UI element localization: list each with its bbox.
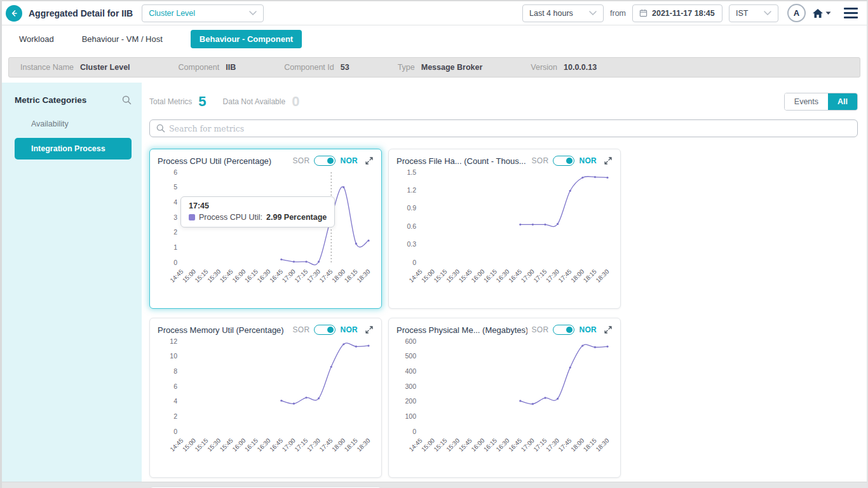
svg-text:18:00: 18:00 — [330, 268, 347, 284]
svg-text:15:15: 15:15 — [193, 268, 210, 284]
avatar[interactable]: A — [787, 4, 806, 22]
home-menu[interactable] — [812, 8, 831, 18]
search-icon[interactable] — [122, 95, 132, 105]
svg-text:17:00: 17:00 — [520, 268, 536, 284]
metrics-search[interactable] — [149, 119, 858, 137]
metric-card-process-physical-memory[interactable]: Process Physical Me... (Megabytes) SOR N… — [388, 318, 621, 478]
svg-text:6: 6 — [173, 383, 177, 390]
svg-text:17:30: 17:30 — [306, 268, 322, 284]
svg-text:8: 8 — [173, 367, 177, 375]
svg-text:15:30: 15:30 — [445, 268, 461, 284]
data-not-available-value: 0 — [292, 93, 299, 110]
svg-text:17:30: 17:30 — [306, 437, 322, 453]
expand-icon[interactable] — [604, 156, 613, 165]
card-header: Process File Ha... (Count - Thous... SOR… — [397, 156, 613, 166]
svg-text:17:15: 17:15 — [532, 268, 548, 284]
svg-text:17:30: 17:30 — [545, 437, 561, 453]
hamburger-menu-icon[interactable] — [844, 8, 858, 18]
expand-icon[interactable] — [604, 325, 613, 334]
metric-card-process-file-handles[interactable]: Process File Ha... (Count - Thous... SOR… — [388, 149, 621, 309]
process-file-handles-chart: 00.30.60.91.21.514:4515:0015:1515:3015:4… — [397, 166, 614, 296]
svg-text:17:45: 17:45 — [318, 268, 334, 284]
total-metrics-label: Total Metrics — [149, 97, 192, 106]
svg-text:15:15: 15:15 — [432, 268, 449, 284]
svg-text:17:00: 17:00 — [281, 437, 297, 453]
expand-icon[interactable] — [365, 156, 374, 165]
sidebar-item-availability[interactable]: Availability — [2, 114, 142, 134]
time-range-select[interactable]: Last 4 hours — [522, 4, 604, 22]
svg-text:15:45: 15:45 — [458, 437, 474, 453]
svg-text:17:00: 17:00 — [281, 268, 297, 284]
svg-text:300: 300 — [405, 383, 416, 390]
sor-nor-toggle[interactable] — [314, 156, 336, 166]
metric-cards-grid: Process CPU Util (Percentage) SOR NOR 01… — [149, 149, 858, 488]
svg-text:16:30: 16:30 — [494, 437, 511, 453]
tooltip-row: Process CPU Util: 2.99 Percentage — [189, 213, 327, 222]
svg-text:15:15: 15:15 — [193, 437, 210, 453]
svg-text:14:45: 14:45 — [168, 268, 185, 284]
series-marker-icon — [189, 214, 195, 220]
svg-text:1: 1 — [173, 243, 177, 251]
svg-text:16:15: 16:15 — [482, 437, 499, 453]
tab-behaviour-component[interactable]: Behaviour - Component — [191, 30, 302, 48]
sor-nor-toggle[interactable] — [553, 325, 574, 335]
from-label: from — [610, 9, 626, 18]
tooltip-value: 2.99 Percentage — [266, 213, 327, 222]
svg-text:16:45: 16:45 — [507, 268, 524, 284]
main-panel: Total Metrics 5 Data Not Available 0 Eve… — [142, 83, 867, 482]
svg-text:18:30: 18:30 — [355, 268, 372, 284]
search-input[interactable] — [169, 124, 851, 133]
svg-text:17:30: 17:30 — [545, 268, 561, 284]
svg-text:6: 6 — [173, 168, 177, 176]
svg-text:18:15: 18:15 — [343, 268, 360, 284]
timezone-select[interactable]: IST — [729, 4, 778, 22]
caret-down-icon — [825, 11, 831, 15]
level-select-value: Cluster Level — [149, 9, 195, 18]
datetime-picker[interactable]: 2021-11-17 18:45 — [632, 4, 722, 22]
sor-nor-toggle[interactable] — [314, 325, 336, 335]
svg-text:100: 100 — [405, 412, 416, 420]
tooltip-series-label: Process CPU Util: — [199, 213, 262, 222]
page-title: Aggregated Detail for IIB — [29, 8, 133, 18]
chevron-down-icon — [249, 11, 257, 15]
events-button[interactable]: Events — [785, 93, 828, 110]
data-not-available-label: Data Not Available — [223, 97, 286, 106]
svg-text:18:15: 18:15 — [343, 437, 360, 453]
process-memory-util-chart: 02468101214:4515:0015:1515:3015:4516:001… — [158, 335, 375, 465]
card-header: Process Memory Util (Percentage) SOR NOR — [158, 325, 374, 335]
tab-workload[interactable]: Workload — [19, 34, 54, 44]
svg-text:14:45: 14:45 — [407, 437, 424, 453]
sor-nor-toggle[interactable] — [553, 156, 574, 166]
svg-text:18:30: 18:30 — [355, 437, 372, 453]
sidebar-title: Metric Categories — [15, 95, 86, 105]
process-cpu-util-chart: 012345614:4515:0015:1515:3015:4516:0016:… — [158, 166, 375, 296]
svg-text:17:15: 17:15 — [532, 437, 548, 453]
all-button[interactable]: All — [828, 93, 857, 110]
back-button[interactable] — [6, 5, 22, 22]
metric-card-process-cpu-util[interactable]: Process CPU Util (Percentage) SOR NOR 01… — [149, 149, 382, 309]
time-range-value: Last 4 hours — [529, 9, 573, 18]
svg-text:600: 600 — [405, 337, 416, 345]
svg-text:16:45: 16:45 — [268, 437, 285, 453]
svg-text:16:00: 16:00 — [231, 437, 247, 453]
info-type: Type Message Broker — [398, 63, 483, 72]
tooltip-time: 17:45 — [189, 201, 327, 210]
expand-icon[interactable] — [365, 325, 374, 334]
timezone-value: IST — [736, 9, 748, 18]
sor-label: SOR — [532, 325, 549, 334]
svg-text:18:00: 18:00 — [569, 437, 586, 453]
svg-text:15:00: 15:00 — [420, 268, 437, 284]
info-instance-name: Instance Name Cluster Level — [20, 63, 130, 72]
svg-text:16:00: 16:00 — [470, 437, 486, 453]
svg-text:16:30: 16:30 — [494, 268, 511, 284]
level-select[interactable]: Cluster Level — [142, 4, 264, 22]
svg-text:16:45: 16:45 — [268, 268, 285, 284]
svg-text:200: 200 — [405, 397, 416, 405]
sidebar-item-integration-process[interactable]: Integration Process — [15, 138, 132, 159]
metric-card-process-memory-util[interactable]: Process Memory Util (Percentage) SOR NOR… — [149, 318, 382, 478]
card-title: Process Memory Util (Percentage) — [158, 325, 288, 335]
svg-text:15:15: 15:15 — [432, 437, 449, 453]
tab-behaviour-vm-host[interactable]: Behaviour - VM / Host — [82, 34, 163, 44]
svg-text:1.5: 1.5 — [407, 168, 416, 176]
svg-text:18:00: 18:00 — [569, 268, 586, 284]
